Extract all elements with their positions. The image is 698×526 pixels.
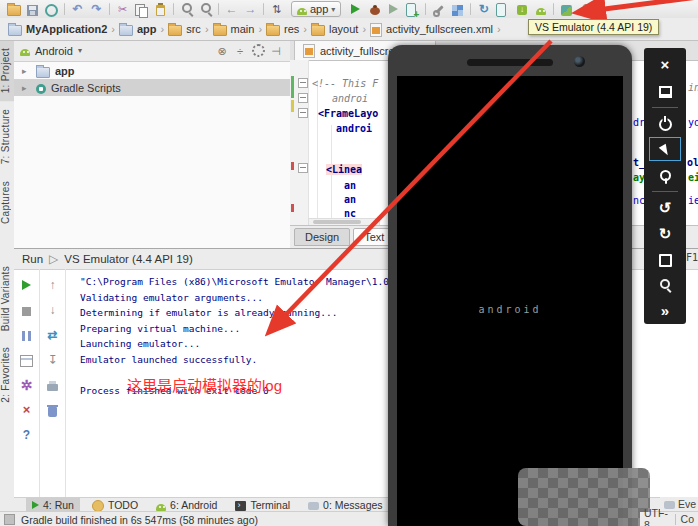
project-view-selector[interactable]: Android [35, 45, 73, 57]
settings-wrench-icon[interactable] [429, 1, 448, 17]
stripe-structure[interactable]: 7: Structure [0, 101, 14, 172]
cut-icon[interactable]: ✂ [113, 1, 132, 17]
breadcrumb-item[interactable]: src [166, 22, 203, 36]
tab-android[interactable]: 6: Android [150, 498, 223, 512]
chevron-right-icon: › [362, 23, 366, 35]
stripe-project[interactable]: 1: Project [0, 40, 14, 101]
debug-icon[interactable] [365, 1, 384, 17]
replace-icon[interactable] [196, 1, 215, 17]
device-monitor-icon[interactable] [493, 1, 512, 17]
gradle-sync-icon[interactable]: ↻ [474, 1, 493, 17]
down-stack-trace-icon[interactable]: ↓ [45, 302, 61, 318]
more-icon[interactable]: » [649, 299, 681, 323]
close-icon[interactable]: × [19, 402, 35, 418]
close-icon[interactable]: × [649, 53, 681, 77]
avd-manager-icon[interactable] [531, 1, 550, 17]
run-icon[interactable] [346, 1, 365, 17]
vs-emulator-icon[interactable] [557, 1, 576, 17]
divider [652, 191, 678, 192]
run-configuration-selector[interactable]: app ▾ [291, 1, 341, 17]
run-configuration-label: app [310, 3, 328, 15]
cursor-icon[interactable] [649, 137, 681, 161]
tab-design[interactable]: Design [294, 228, 350, 246]
tab-messages[interactable]: 0: Messages [302, 498, 389, 512]
phone-speaker [467, 59, 553, 66]
expand-arrow-icon[interactable]: ▸ [22, 83, 31, 93]
pause-output-icon[interactable] [19, 327, 35, 343]
minimize-icon[interactable] [649, 79, 681, 103]
folder-icon [168, 25, 182, 36]
tree-row[interactable]: ▸ app [14, 62, 290, 79]
fold-marker-icon[interactable] [298, 78, 308, 88]
open-icon[interactable] [4, 1, 23, 17]
back-icon[interactable]: ← [222, 1, 241, 17]
rotate-right-icon[interactable]: ↻ [649, 222, 681, 246]
close-circle-icon[interactable]: ⊗ [214, 44, 230, 58]
collapse-all-icon[interactable]: ÷ [232, 44, 248, 58]
breadcrumb-item[interactable]: MyApplication2 [6, 22, 109, 36]
tab-todo[interactable]: TODO [86, 498, 144, 512]
show-running-icon[interactable]: ✲ [19, 377, 35, 393]
event-log-icon [664, 501, 675, 509]
power-icon[interactable] [649, 112, 681, 136]
breadcrumb-item[interactable]: res [264, 22, 301, 36]
fold-marker-icon[interactable] [298, 108, 308, 118]
run-actions-column: ✲ × ? [14, 269, 40, 498]
restore-layout-icon[interactable] [19, 352, 35, 368]
indent-guide [331, 125, 332, 220]
stripe-favorites[interactable]: 2: Favorites [0, 339, 14, 411]
soft-wrap-icon[interactable]: ⇄ [45, 327, 61, 343]
breadcrumb-item[interactable]: layout [309, 22, 360, 36]
tree-row[interactable]: ▸ Gradle Scripts [14, 79, 290, 96]
event-log-widget[interactable]: Eve [660, 497, 698, 511]
forward-icon[interactable]: → [241, 1, 260, 17]
annotation-note: 这里是启动模拟器的log [127, 374, 282, 395]
breadcrumb-item[interactable]: app [117, 22, 159, 36]
fold-marker-icon[interactable] [298, 93, 308, 103]
sort-icon[interactable]: ⇅ [267, 1, 286, 17]
tab-terminal[interactable]: Terminal [229, 498, 296, 512]
breadcrumb-item[interactable]: main [211, 22, 257, 36]
help-icon[interactable]: ? [19, 427, 35, 443]
run-coverage-icon[interactable] [384, 1, 403, 17]
up-stack-trace-icon[interactable]: ↑ [45, 277, 61, 293]
rotate-left-icon[interactable]: ↺ [649, 196, 681, 220]
emulator-screen[interactable]: android [397, 76, 623, 526]
tab-run[interactable]: 4: Run [26, 498, 80, 512]
status-icon [4, 514, 15, 525]
copy-icon[interactable] [132, 1, 151, 17]
context-widget[interactable]: Co [681, 513, 694, 525]
print-icon[interactable] [45, 377, 61, 393]
phone-camera [574, 56, 585, 67]
breadcrumb-item[interactable]: activity_fullscreen.xml [368, 22, 495, 37]
folder-icon [213, 25, 227, 36]
touch-icon[interactable] [649, 163, 681, 187]
expand-arrow-icon[interactable]: ▸ [22, 66, 31, 76]
stripe-build-variants[interactable]: Build Variants [0, 258, 14, 339]
chevron-right-icon: › [161, 23, 165, 35]
save-all-icon[interactable] [23, 1, 42, 17]
settings-gear-icon[interactable] [250, 42, 266, 59]
emulator-window[interactable]: android [388, 45, 632, 526]
help-icon[interactable]: ? [576, 1, 595, 17]
scrollbar-thumb[interactable] [313, 220, 361, 224]
clear-all-icon[interactable] [45, 402, 61, 418]
fold-marker-icon[interactable] [298, 163, 308, 173]
find-icon[interactable] [177, 1, 196, 17]
divider [675, 514, 676, 525]
stripe-captures[interactable]: Captures [0, 173, 14, 232]
fit-screen-icon[interactable] [649, 248, 681, 272]
zoom-icon[interactable] [649, 273, 681, 297]
hide-panel-icon[interactable]: ⊣ [268, 44, 284, 58]
attach-debugger-icon[interactable] [403, 1, 422, 17]
console-actions-column: ↑ ↓ ⇄ ↧ [40, 269, 66, 498]
stop-icon[interactable] [19, 302, 35, 318]
scroll-to-end-icon[interactable]: ↧ [45, 352, 61, 368]
paste-icon[interactable] [151, 1, 170, 17]
sync-icon[interactable] [42, 1, 61, 17]
redo-icon[interactable]: ↷ [87, 1, 106, 17]
sdk-manager-icon[interactable] [512, 1, 531, 17]
undo-icon[interactable]: ↶ [68, 1, 87, 17]
rerun-icon[interactable] [19, 277, 35, 293]
project-structure-icon[interactable] [448, 1, 467, 17]
